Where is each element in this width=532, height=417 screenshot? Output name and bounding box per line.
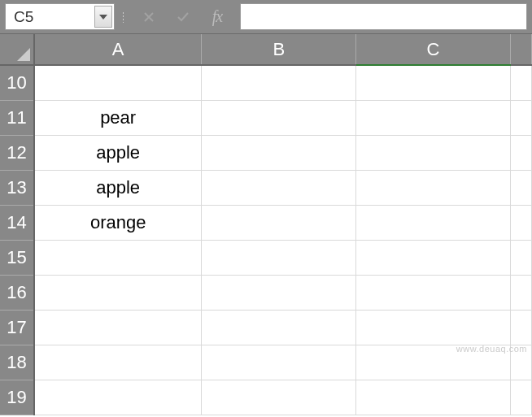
cell[interactable]: apple xyxy=(34,170,202,205)
column-header-c[interactable]: C xyxy=(356,34,511,65)
cell[interactable] xyxy=(510,135,531,170)
cell[interactable] xyxy=(34,275,202,310)
cell[interactable] xyxy=(356,205,511,240)
cell[interactable]: pear xyxy=(34,100,202,135)
row-header[interactable]: 17 xyxy=(0,310,34,345)
cell[interactable] xyxy=(202,240,356,275)
cell[interactable] xyxy=(34,240,202,275)
chevron-down-icon xyxy=(99,15,107,20)
watermark: www.deuaq.com xyxy=(456,344,527,354)
cell[interactable] xyxy=(202,380,356,415)
cell[interactable] xyxy=(510,205,531,240)
cell[interactable] xyxy=(510,65,531,100)
accept-formula-button[interactable] xyxy=(166,0,200,33)
cell[interactable] xyxy=(356,240,511,275)
insert-function-button[interactable]: fx xyxy=(200,0,234,33)
formula-input[interactable] xyxy=(240,3,527,30)
cell[interactable] xyxy=(202,310,356,345)
cell[interactable] xyxy=(356,170,511,205)
cell[interactable] xyxy=(202,135,356,170)
formula-bar-grip[interactable] xyxy=(117,0,129,33)
row-header[interactable]: 18 xyxy=(0,345,34,380)
cell[interactable] xyxy=(202,205,356,240)
row-header[interactable]: 10 xyxy=(0,65,34,100)
cell[interactable] xyxy=(510,100,531,135)
row-header[interactable]: 16 xyxy=(0,275,34,310)
fx-label: fx xyxy=(212,7,222,26)
cell[interactable] xyxy=(202,345,356,380)
row-header[interactable]: 11 xyxy=(0,100,34,135)
name-box-value: C5 xyxy=(14,8,33,26)
cell[interactable] xyxy=(356,100,511,135)
column-header-d-partial[interactable] xyxy=(510,34,531,65)
cell[interactable] xyxy=(202,65,356,100)
cell[interactable] xyxy=(202,275,356,310)
row-header[interactable]: 19 xyxy=(0,380,34,415)
cell[interactable] xyxy=(356,380,511,415)
x-icon xyxy=(142,11,155,24)
cell[interactable] xyxy=(510,380,531,415)
cell[interactable]: apple xyxy=(34,135,202,170)
name-box-dropdown[interactable] xyxy=(94,6,112,28)
cancel-formula-button[interactable] xyxy=(132,0,166,33)
column-header-b[interactable]: B xyxy=(202,34,356,65)
cell[interactable] xyxy=(356,135,511,170)
cell[interactable] xyxy=(34,345,202,380)
cell[interactable] xyxy=(510,310,531,345)
cell[interactable] xyxy=(356,275,511,310)
row-header[interactable]: 13 xyxy=(0,170,34,205)
cell[interactable] xyxy=(356,65,511,100)
check-icon xyxy=(177,11,190,24)
grid-body: 10 11 pear 12 apple 13 xyxy=(0,65,532,415)
cell[interactable] xyxy=(510,240,531,275)
formula-bar: C5 fx xyxy=(0,0,532,34)
cell[interactable]: orange xyxy=(34,205,202,240)
cell[interactable] xyxy=(34,65,202,100)
cell[interactable] xyxy=(34,310,202,345)
spreadsheet-grid: A B C 10 11 pear 12 xyxy=(0,34,532,415)
row-header[interactable]: 15 xyxy=(0,240,34,275)
formula-buttons: fx xyxy=(129,0,238,33)
row-header[interactable]: 14 xyxy=(0,205,34,240)
cell[interactable] xyxy=(510,170,531,205)
cell[interactable] xyxy=(356,310,511,345)
cell[interactable] xyxy=(202,170,356,205)
column-header-a[interactable]: A xyxy=(34,34,202,65)
name-box[interactable]: C5 xyxy=(5,3,115,30)
row-header[interactable]: 12 xyxy=(0,135,34,170)
cell[interactable] xyxy=(34,380,202,415)
cell[interactable] xyxy=(202,100,356,135)
select-all-corner[interactable] xyxy=(0,34,34,65)
cell[interactable] xyxy=(510,275,531,310)
